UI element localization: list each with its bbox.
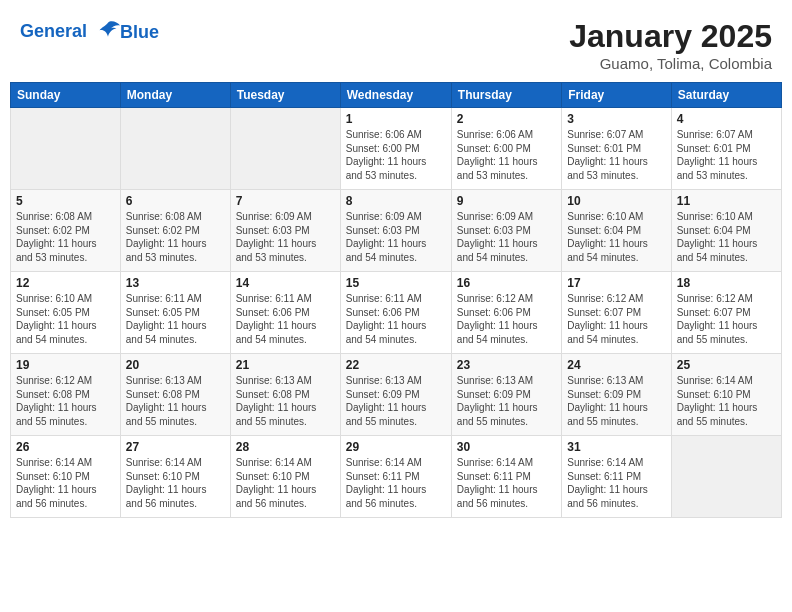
calendar-cell: 16Sunrise: 6:12 AM Sunset: 6:06 PM Dayli… [451, 272, 561, 354]
day-info: Sunrise: 6:11 AM Sunset: 6:06 PM Dayligh… [236, 292, 335, 346]
calendar-cell: 12Sunrise: 6:10 AM Sunset: 6:05 PM Dayli… [11, 272, 121, 354]
day-info: Sunrise: 6:10 AM Sunset: 6:04 PM Dayligh… [567, 210, 665, 264]
day-number: 20 [126, 358, 225, 372]
calendar-cell: 19Sunrise: 6:12 AM Sunset: 6:08 PM Dayli… [11, 354, 121, 436]
day-number: 29 [346, 440, 446, 454]
day-number: 10 [567, 194, 665, 208]
calendar-cell: 8Sunrise: 6:09 AM Sunset: 6:03 PM Daylig… [340, 190, 451, 272]
calendar-cell [671, 436, 781, 518]
weekday-header-wednesday: Wednesday [340, 83, 451, 108]
logo-blue: Blue [120, 22, 159, 43]
day-info: Sunrise: 6:08 AM Sunset: 6:02 PM Dayligh… [16, 210, 115, 264]
day-number: 2 [457, 112, 556, 126]
day-number: 26 [16, 440, 115, 454]
day-info: Sunrise: 6:14 AM Sunset: 6:10 PM Dayligh… [677, 374, 776, 428]
day-number: 30 [457, 440, 556, 454]
calendar-cell: 1Sunrise: 6:06 AM Sunset: 6:00 PM Daylig… [340, 108, 451, 190]
day-number: 11 [677, 194, 776, 208]
day-number: 15 [346, 276, 446, 290]
day-number: 6 [126, 194, 225, 208]
calendar-cell: 9Sunrise: 6:09 AM Sunset: 6:03 PM Daylig… [451, 190, 561, 272]
weekday-header-tuesday: Tuesday [230, 83, 340, 108]
day-number: 7 [236, 194, 335, 208]
day-info: Sunrise: 6:08 AM Sunset: 6:02 PM Dayligh… [126, 210, 225, 264]
day-info: Sunrise: 6:14 AM Sunset: 6:11 PM Dayligh… [567, 456, 665, 510]
day-info: Sunrise: 6:11 AM Sunset: 6:05 PM Dayligh… [126, 292, 225, 346]
day-number: 31 [567, 440, 665, 454]
day-number: 28 [236, 440, 335, 454]
logo: General Blue [20, 18, 159, 46]
calendar-cell: 2Sunrise: 6:06 AM Sunset: 6:00 PM Daylig… [451, 108, 561, 190]
day-number: 25 [677, 358, 776, 372]
day-info: Sunrise: 6:12 AM Sunset: 6:07 PM Dayligh… [567, 292, 665, 346]
day-number: 17 [567, 276, 665, 290]
weekday-header-monday: Monday [120, 83, 230, 108]
calendar-cell: 13Sunrise: 6:11 AM Sunset: 6:05 PM Dayli… [120, 272, 230, 354]
day-info: Sunrise: 6:09 AM Sunset: 6:03 PM Dayligh… [346, 210, 446, 264]
day-number: 16 [457, 276, 556, 290]
calendar-cell: 30Sunrise: 6:14 AM Sunset: 6:11 PM Dayli… [451, 436, 561, 518]
day-number: 1 [346, 112, 446, 126]
day-number: 14 [236, 276, 335, 290]
day-info: Sunrise: 6:12 AM Sunset: 6:06 PM Dayligh… [457, 292, 556, 346]
location-title: Guamo, Tolima, Colombia [569, 55, 772, 72]
calendar-cell: 4Sunrise: 6:07 AM Sunset: 6:01 PM Daylig… [671, 108, 781, 190]
day-number: 4 [677, 112, 776, 126]
day-info: Sunrise: 6:13 AM Sunset: 6:08 PM Dayligh… [126, 374, 225, 428]
calendar-week-5: 26Sunrise: 6:14 AM Sunset: 6:10 PM Dayli… [11, 436, 782, 518]
day-number: 12 [16, 276, 115, 290]
day-info: Sunrise: 6:14 AM Sunset: 6:10 PM Dayligh… [236, 456, 335, 510]
day-info: Sunrise: 6:12 AM Sunset: 6:08 PM Dayligh… [16, 374, 115, 428]
day-info: Sunrise: 6:14 AM Sunset: 6:11 PM Dayligh… [457, 456, 556, 510]
day-info: Sunrise: 6:09 AM Sunset: 6:03 PM Dayligh… [457, 210, 556, 264]
calendar-cell: 17Sunrise: 6:12 AM Sunset: 6:07 PM Dayli… [562, 272, 671, 354]
calendar-cell: 6Sunrise: 6:08 AM Sunset: 6:02 PM Daylig… [120, 190, 230, 272]
day-info: Sunrise: 6:12 AM Sunset: 6:07 PM Dayligh… [677, 292, 776, 346]
day-info: Sunrise: 6:14 AM Sunset: 6:10 PM Dayligh… [16, 456, 115, 510]
day-number: 27 [126, 440, 225, 454]
calendar-cell: 3Sunrise: 6:07 AM Sunset: 6:01 PM Daylig… [562, 108, 671, 190]
calendar-cell: 29Sunrise: 6:14 AM Sunset: 6:11 PM Dayli… [340, 436, 451, 518]
day-number: 18 [677, 276, 776, 290]
day-number: 19 [16, 358, 115, 372]
calendar-cell: 7Sunrise: 6:09 AM Sunset: 6:03 PM Daylig… [230, 190, 340, 272]
day-info: Sunrise: 6:13 AM Sunset: 6:09 PM Dayligh… [567, 374, 665, 428]
logo-bird-icon [94, 18, 122, 46]
day-number: 22 [346, 358, 446, 372]
calendar-header: General Blue January 2025 Guamo, Tolima,… [10, 10, 782, 78]
calendar-cell [11, 108, 121, 190]
day-info: Sunrise: 6:10 AM Sunset: 6:05 PM Dayligh… [16, 292, 115, 346]
calendar-week-4: 19Sunrise: 6:12 AM Sunset: 6:08 PM Dayli… [11, 354, 782, 436]
calendar-cell: 27Sunrise: 6:14 AM Sunset: 6:10 PM Dayli… [120, 436, 230, 518]
day-info: Sunrise: 6:14 AM Sunset: 6:10 PM Dayligh… [126, 456, 225, 510]
day-info: Sunrise: 6:10 AM Sunset: 6:04 PM Dayligh… [677, 210, 776, 264]
calendar-cell: 14Sunrise: 6:11 AM Sunset: 6:06 PM Dayli… [230, 272, 340, 354]
day-info: Sunrise: 6:13 AM Sunset: 6:08 PM Dayligh… [236, 374, 335, 428]
month-title: January 2025 [569, 18, 772, 55]
title-area: January 2025 Guamo, Tolima, Colombia [569, 18, 772, 72]
weekday-header-row: SundayMondayTuesdayWednesdayThursdayFrid… [11, 83, 782, 108]
calendar-cell: 11Sunrise: 6:10 AM Sunset: 6:04 PM Dayli… [671, 190, 781, 272]
calendar-cell: 22Sunrise: 6:13 AM Sunset: 6:09 PM Dayli… [340, 354, 451, 436]
day-info: Sunrise: 6:11 AM Sunset: 6:06 PM Dayligh… [346, 292, 446, 346]
calendar-cell: 26Sunrise: 6:14 AM Sunset: 6:10 PM Dayli… [11, 436, 121, 518]
calendar-cell: 5Sunrise: 6:08 AM Sunset: 6:02 PM Daylig… [11, 190, 121, 272]
day-info: Sunrise: 6:07 AM Sunset: 6:01 PM Dayligh… [677, 128, 776, 182]
day-number: 9 [457, 194, 556, 208]
day-number: 24 [567, 358, 665, 372]
calendar-cell: 24Sunrise: 6:13 AM Sunset: 6:09 PM Dayli… [562, 354, 671, 436]
weekday-header-friday: Friday [562, 83, 671, 108]
day-info: Sunrise: 6:13 AM Sunset: 6:09 PM Dayligh… [457, 374, 556, 428]
calendar-cell: 23Sunrise: 6:13 AM Sunset: 6:09 PM Dayli… [451, 354, 561, 436]
day-info: Sunrise: 6:06 AM Sunset: 6:00 PM Dayligh… [346, 128, 446, 182]
calendar-cell [230, 108, 340, 190]
calendar-cell: 21Sunrise: 6:13 AM Sunset: 6:08 PM Dayli… [230, 354, 340, 436]
calendar-cell: 25Sunrise: 6:14 AM Sunset: 6:10 PM Dayli… [671, 354, 781, 436]
calendar-week-1: 1Sunrise: 6:06 AM Sunset: 6:00 PM Daylig… [11, 108, 782, 190]
calendar-cell: 28Sunrise: 6:14 AM Sunset: 6:10 PM Dayli… [230, 436, 340, 518]
calendar-cell: 15Sunrise: 6:11 AM Sunset: 6:06 PM Dayli… [340, 272, 451, 354]
calendar-cell [120, 108, 230, 190]
weekday-header-saturday: Saturday [671, 83, 781, 108]
day-number: 23 [457, 358, 556, 372]
calendar-cell: 10Sunrise: 6:10 AM Sunset: 6:04 PM Dayli… [562, 190, 671, 272]
